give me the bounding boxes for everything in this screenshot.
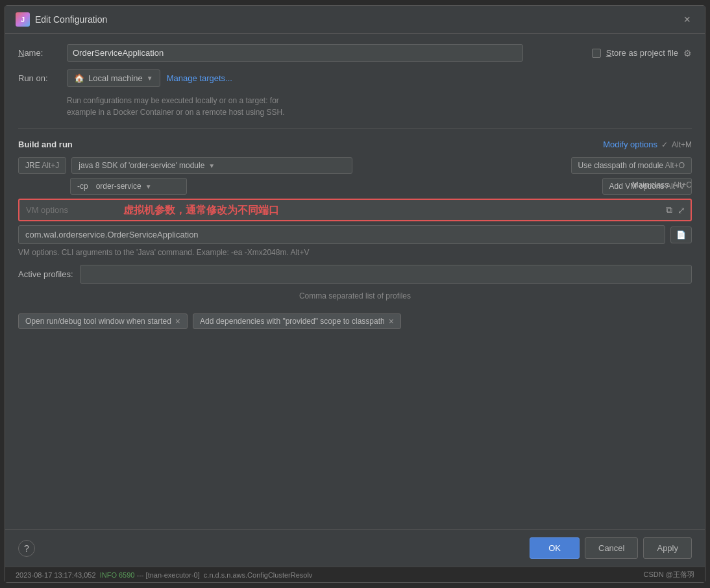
run-on-row: Run on: 🏠 Local machine ▼ Manage targets… <box>18 69 692 87</box>
sdk-arrow: ▼ <box>208 162 215 169</box>
sdk-value: java 8 SDK of 'order-service' module <box>79 161 204 170</box>
build-row-top: JRE Alt+J java 8 SDK of 'order-service' … <box>18 157 692 174</box>
vm-options-container: 虚拟机参数，通常修改为不同端口 ⧉ ⤢ Main class Alt+C <box>18 199 692 221</box>
apply-button[interactable]: Apply <box>643 537 692 559</box>
edit-configuration-dialog: J Edit Configuration × Name: Store as pr… <box>5 5 705 583</box>
vm-options-hint: VM options. CLI arguments to the 'Java' … <box>18 248 692 257</box>
sdk-dropdown[interactable]: java 8 SDK of 'order-service' module ▼ <box>71 157 352 174</box>
home-icon: 🏠 <box>74 73 84 83</box>
active-profiles-row: Active profiles: <box>18 265 692 284</box>
dialog-footer: ? OK Cancel Apply <box>5 529 705 567</box>
ok-button[interactable]: OK <box>530 537 580 559</box>
cancel-button[interactable]: Cancel <box>585 537 638 559</box>
active-profiles-label: Active profiles: <box>18 269 73 279</box>
build-and-run-header: Build and run Modify options ✓ Alt+M <box>18 140 692 149</box>
store-project-checkbox[interactable] <box>592 49 601 58</box>
gear-icon[interactable]: ⚙ <box>683 48 692 58</box>
use-classpath-button[interactable]: Use classpath of module Alt+O <box>571 157 692 174</box>
modify-shortcut-key: Alt+M <box>672 140 692 149</box>
main-class-hint: Main class Alt+C <box>632 180 692 190</box>
cp-label: -cp <box>77 182 88 191</box>
module-value: order-service <box>96 182 141 191</box>
run-on-hint: Run configurations may be executed local… <box>67 95 692 118</box>
jre-button[interactable]: JRE Alt+J <box>18 157 66 174</box>
bottom-bar: 2023-08-17 13:17:43,052 INFO 6590 --- [t… <box>5 567 705 582</box>
profiles-hint: Comma separated list of profiles <box>18 291 692 300</box>
tag-dependencies-label: Add dependencies with "provided" scope t… <box>200 317 385 326</box>
expand-icon[interactable]: ⤢ <box>676 204 687 217</box>
tag-run-debug: Open run/debug tool window when started … <box>18 313 188 329</box>
main-class-shortcut: Alt+C <box>672 180 692 190</box>
title-bar-left: J Edit Configuration <box>16 12 107 27</box>
tags-row: Open run/debug tool window when started … <box>18 313 692 329</box>
main-class-label: Main class <box>632 180 669 190</box>
help-button[interactable]: ? <box>18 540 35 557</box>
main-class-browse-button[interactable]: 📄 <box>670 227 692 243</box>
dialog-title: Edit Configuration <box>35 14 107 25</box>
run-on-arrow: ▼ <box>147 75 153 82</box>
name-store-row: Name: Store as project file ⚙ <box>18 44 692 62</box>
name-label: Name: <box>18 48 60 58</box>
main-class-row: 📄 <box>18 225 692 244</box>
log-text: 2023-08-17 13:17:43,052 INFO 6590 --- [t… <box>16 571 312 579</box>
name-input[interactable] <box>67 44 523 62</box>
modify-options-link[interactable]: Modify options <box>603 140 657 149</box>
module-arrow: ▼ <box>145 183 152 190</box>
footer-buttons: OK Cancel Apply <box>530 537 692 559</box>
modify-options-container: Modify options ✓ Alt+M <box>603 140 692 149</box>
dialog-body: Name: Store as project file ⚙ Run on: 🏠 … <box>5 34 705 529</box>
vm-options-input[interactable] <box>19 200 208 220</box>
vm-options-row: 虚拟机参数，通常修改为不同端口 ⧉ ⤢ <box>18 199 692 221</box>
module-dropdown[interactable]: -cp order-service ▼ <box>70 178 187 195</box>
tag-run-debug-close[interactable]: × <box>175 317 180 326</box>
modify-shortcut: ✓ <box>661 140 668 149</box>
vm-options-icons: ⧉ ⤢ <box>661 200 691 220</box>
close-button[interactable]: × <box>679 12 694 27</box>
build-and-run-title: Build and run <box>18 140 73 149</box>
store-project-label: Store as project file <box>606 48 678 58</box>
tag-run-debug-label: Open run/debug tool window when started <box>25 317 171 326</box>
tag-dependencies-close[interactable]: × <box>389 317 394 326</box>
run-on-dropdown[interactable]: 🏠 Local machine ▼ <box>67 69 160 87</box>
active-profiles-input[interactable] <box>80 265 692 284</box>
build-row-bottom: -cp order-service ▼ Add VM options Alt+V <box>18 178 692 195</box>
run-on-value: Local machine <box>88 73 143 83</box>
divider-1 <box>18 129 692 129</box>
run-on-label: Run on: <box>18 73 60 83</box>
app-icon: J <box>16 12 30 27</box>
csdn-credit: CSDN @王落羽 <box>644 570 694 580</box>
title-bar: J Edit Configuration × <box>5 6 705 34</box>
build-and-run-grid: JRE Alt+J java 8 SDK of 'order-service' … <box>18 157 692 257</box>
manage-targets-link[interactable]: Manage targets... <box>167 73 232 83</box>
copy-icon[interactable]: ⧉ <box>665 203 674 217</box>
body-spacer <box>18 337 692 519</box>
store-project-panel: Store as project file ⚙ <box>530 48 692 58</box>
tag-dependencies: Add dependencies with "provided" scope t… <box>193 313 401 329</box>
main-class-input[interactable] <box>18 225 665 244</box>
